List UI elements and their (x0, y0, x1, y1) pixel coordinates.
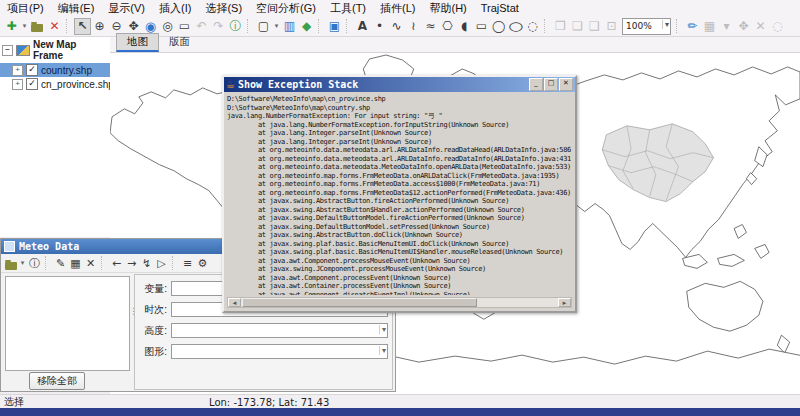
play-icon[interactable]: ▷ (154, 256, 169, 271)
layer-country[interactable]: + ✓ country.shp (0, 63, 110, 77)
zoom-in-icon[interactable]: ⊕ (91, 18, 108, 35)
animate-icon[interactable]: ↯ (139, 256, 154, 271)
stack-trace-line: at java.lang.NumberFormatException.forIn… (227, 121, 572, 130)
stack-trace-line: at javax.swing.AbstractButton.fireAction… (227, 197, 572, 206)
previous-time-icon[interactable]: ← (109, 256, 124, 271)
lasso-select-icon[interactable]: ◌ (769, 18, 786, 35)
draw-setting-icon[interactable]: ✎ (53, 256, 68, 271)
polyline-tool-icon[interactable]: ∿ (388, 18, 405, 35)
polygon-tool-icon[interactable]: ⎔ (439, 18, 456, 35)
menu-item[interactable]: 插入(I) (152, 0, 198, 17)
separator (66, 19, 71, 33)
tab-map[interactable]: 地图 (116, 33, 159, 52)
save-graphic-icon[interactable]: ❐ (552, 18, 569, 35)
stack-trace-line: D:\Software\MeteoInfo\map\cn_province.sh… (227, 95, 572, 104)
zoom-to-extent-icon[interactable]: ▭ (176, 18, 193, 35)
menu-item[interactable]: 项目(P) (0, 0, 51, 17)
undo-icon[interactable]: ↶ (193, 18, 210, 35)
stack-trace-line: at java.awt.Component.processMouseEvent(… (227, 257, 572, 266)
meteo-dataset-list[interactable] (5, 276, 130, 371)
next-time-icon[interactable]: → (124, 256, 139, 271)
separator (172, 256, 177, 270)
point-tool-icon[interactable]: • (371, 18, 388, 35)
scroll-left-icon[interactable]: ◄ (228, 298, 241, 307)
open-data-caret-icon[interactable]: ▾ (18, 256, 27, 271)
zoom-graphic-icon[interactable]: ⊡ (603, 18, 620, 35)
add-layer-icon[interactable]: ✚ (3, 18, 20, 35)
close-button[interactable]: ✕ (559, 78, 573, 91)
stack-trace-line: at javax.swing.DefaultButtonModel.setPre… (227, 223, 572, 232)
menu-item[interactable]: TrajStat (474, 1, 526, 15)
remove-data-icon[interactable]: ✕ (83, 256, 98, 271)
dialog-hscrollbar[interactable]: ◄ ► (227, 297, 572, 308)
separator (45, 256, 50, 270)
layer-cn-province[interactable]: + ✓ cn_province.shp (0, 77, 110, 91)
menu-item[interactable]: 显示(V) (101, 0, 152, 17)
label-icon[interactable]: ◆ (298, 18, 315, 35)
paste-graphic-icon[interactable]: ❑ (586, 18, 603, 35)
select-tool-icon[interactable]: ↖ (74, 18, 91, 35)
select-features-caret-icon[interactable]: ▾ (272, 18, 281, 35)
menu-item[interactable]: 工具(T) (323, 0, 373, 17)
field-label: 高度: (139, 324, 167, 338)
scroll-thumb[interactable] (242, 298, 477, 307)
stack-trace-area[interactable]: D:\Software\MeteoInfo\map\cn_province.sh… (227, 95, 572, 295)
identify-icon[interactable]: ⓘ (227, 18, 244, 35)
curve-tool-icon[interactable]: ≈ (422, 18, 439, 35)
add-layer-caret-icon[interactable]: ▾ (20, 18, 29, 35)
remove-all-button[interactable]: 移除全部 (29, 372, 85, 390)
select-features-icon[interactable]: ▢ (255, 18, 272, 35)
stack-trace-line: at javax.swing.DefaultButtonModel.fireAc… (227, 214, 572, 223)
layer-checkbox[interactable]: ✓ (26, 78, 38, 90)
open-file-icon[interactable] (29, 18, 46, 35)
scroll-right-icon[interactable]: ► (558, 298, 571, 307)
settings-icon[interactable]: ⚙ (195, 256, 210, 271)
measurement-icon[interactable]: ▥ (281, 18, 298, 35)
tab-layout[interactable]: 版面 (159, 34, 200, 52)
collapse-icon[interactable]: − (2, 45, 13, 56)
menu-item[interactable]: 编辑(E) (51, 0, 102, 17)
separator (346, 19, 351, 33)
export-image-icon[interactable]: ▣ (326, 18, 343, 35)
expand-icon[interactable]: + (12, 79, 23, 90)
dialog-title-bar[interactable]: ☕ Show Exception Stack _□✕ (224, 77, 575, 92)
zoom-to-layer-icon[interactable]: ◎ (159, 18, 176, 35)
copy-graphic-icon[interactable]: ❏ (569, 18, 586, 35)
stack-trace-line: at java.awt.Component.processEvent(Unkno… (227, 274, 572, 283)
map-frame-node[interactable]: − New Map Frame (0, 37, 110, 63)
field-combo[interactable] (171, 323, 388, 338)
zoom-level-combo[interactable]: 100% (622, 18, 671, 35)
minimize-button[interactable]: _ (529, 78, 543, 91)
open-data-icon[interactable] (3, 256, 18, 271)
edit-vertices-icon[interactable]: ✏ (684, 18, 701, 35)
menu-item[interactable]: 选择(S) (198, 0, 249, 17)
ellipse-tool-icon[interactable]: ○ (503, 18, 528, 35)
move-feature-icon[interactable]: ✥ (735, 18, 752, 35)
save-edits-icon[interactable]: ▦ (701, 18, 718, 35)
list-icon[interactable]: ≡ (180, 256, 195, 271)
field-combo[interactable] (171, 344, 388, 359)
pan-icon[interactable]: ✥ (125, 18, 142, 35)
redo-icon[interactable]: ↷ (210, 18, 227, 35)
expand-icon[interactable]: + (12, 65, 23, 76)
globe-icon[interactable]: ◉ (142, 18, 159, 35)
panel-splitter[interactable]: ⋮ (129, 309, 133, 339)
layer-checkbox[interactable]: ✓ (26, 64, 38, 76)
delete-feature-icon[interactable]: ✕ (752, 18, 769, 35)
curve-polygon-tool-icon[interactable]: ◖ (456, 18, 473, 35)
text-tool-icon[interactable]: A (354, 18, 371, 35)
menu-item[interactable]: 空间分析(G) (249, 0, 323, 17)
layer-list: + ✓ country.shp + ✓ cn_province.shp (0, 63, 110, 91)
data-info-icon[interactable]: ⓘ (27, 256, 42, 271)
stack-trace-line: at org.meteoinfo.map.forms.FrmMeteoData.… (227, 180, 572, 189)
menu-item[interactable]: 插件(L) (373, 0, 422, 17)
status-mode: 选择 (4, 395, 209, 409)
freehand-tool-icon[interactable]: ≀ (405, 18, 422, 35)
remove-layer-icon[interactable]: ✕ (46, 18, 63, 35)
data-table-icon[interactable]: ▦ (68, 256, 83, 271)
rectangle-tool-icon[interactable]: ▭ (473, 18, 490, 35)
maximize-button[interactable]: □ (544, 78, 558, 91)
zoom-out-icon[interactable]: ⊖ (108, 18, 125, 35)
edit-caret-icon[interactable]: ▾ (718, 18, 735, 35)
menu-item[interactable]: 帮助(H) (422, 0, 473, 17)
